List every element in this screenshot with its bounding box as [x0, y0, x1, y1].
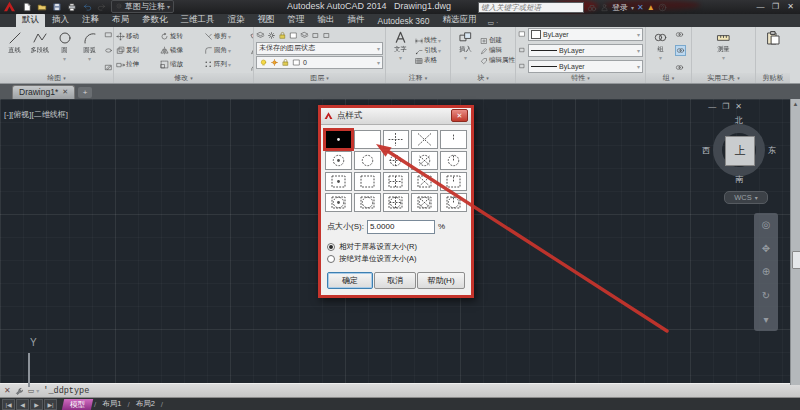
- orbit-icon[interactable]: ↻: [762, 290, 770, 301]
- viewcube-south[interactable]: 南: [735, 174, 743, 185]
- 直线-button[interactable]: 直线: [2, 29, 27, 73]
- scroll-up-icon[interactable]: ▲: [791, 99, 800, 109]
- point-style-9[interactable]: [440, 151, 467, 170]
- viewcube-west[interactable]: 西: [702, 144, 710, 155]
- full-nav-wheel-icon[interactable]: ◎: [762, 219, 771, 230]
- autocad-logo-icon[interactable]: [2, 0, 17, 13]
- ribbon-tab-注释[interactable]: 注释: [76, 13, 105, 27]
- exchange-apps-icon[interactable]: ▲: [647, 3, 655, 12]
- 创建-button[interactable]: 创建: [480, 36, 515, 45]
- minimize-button[interactable]: —: [753, 0, 768, 12]
- 缩放-button[interactable]: 缩放: [160, 58, 204, 72]
- panel-label-groups[interactable]: 组 ▾: [646, 73, 691, 83]
- 插入-button[interactable]: 插入▾: [453, 29, 478, 61]
- ribbon-tab-渲染[interactable]: 渲染: [222, 13, 251, 27]
- point-style-19[interactable]: [440, 193, 467, 212]
- restore-button[interactable]: ❐: [722, 102, 729, 111]
- 测量-button[interactable]: 测量▾: [711, 29, 736, 61]
- 圆角-button[interactable]: 圆角▾: [204, 44, 248, 58]
- ribbon-tab-插入[interactable]: 插入: [46, 13, 75, 27]
- ribbon-tab-Autodesk 360[interactable]: Autodesk 360: [372, 15, 436, 27]
- point-style-8[interactable]: [411, 151, 438, 170]
- property-dropdown-0[interactable]: ByLayer▾: [518, 28, 643, 41]
- close-button[interactable]: ✕: [783, 0, 798, 12]
- first-tab-button[interactable]: |◀: [2, 399, 15, 410]
- navigation-bar[interactable]: ◎✥⊕↻▾: [754, 213, 778, 331]
- exchange-x-icon[interactable]: ✕: [637, 3, 644, 12]
- point-style-16[interactable]: [354, 193, 381, 212]
- 多段线-button[interactable]: 多段线: [27, 29, 52, 73]
- layer-state-dropdown[interactable]: 未保存的图层状态▾: [256, 42, 383, 55]
- 移动-button[interactable]: 移动: [116, 30, 160, 44]
- pan-icon[interactable]: ✥: [762, 243, 770, 254]
- point-style-17[interactable]: [383, 193, 410, 212]
- panel-label-block[interactable]: 块 ▾: [451, 73, 515, 83]
- panel-label-modify[interactable]: 修改 ▾: [114, 73, 253, 83]
- search-input[interactable]: [478, 2, 584, 13]
- 编辑-button[interactable]: 编辑: [480, 46, 515, 55]
- last-tab-button[interactable]: ▶|: [44, 399, 57, 410]
- ribbon-tab-精选应用[interactable]: 精选应用: [436, 13, 482, 27]
- close-button[interactable]: ✕: [735, 102, 742, 111]
- zoom-icon[interactable]: ⊕: [762, 266, 770, 277]
- recent-commands-icon[interactable]: ▭▾: [28, 387, 40, 395]
- cancel-button[interactable]: 取消: [374, 272, 416, 289]
- wcs-dropdown[interactable]: WCS▾: [724, 191, 768, 204]
- point-style-4[interactable]: [440, 130, 467, 149]
- ribbon-tab-视图[interactable]: 视图: [252, 13, 281, 27]
- panel-label-utilities[interactable]: 实用工具 ▾: [692, 73, 755, 83]
- prev-tab-button[interactable]: ◀: [16, 399, 29, 410]
- viewcube[interactable]: 北 南 西 东 上: [706, 117, 772, 183]
- ok-button[interactable]: 确定: [327, 272, 373, 289]
- signin-label[interactable]: 登录: [612, 2, 628, 13]
- ribbon-tab-参数化[interactable]: 参数化: [136, 13, 174, 27]
- viewcube-east[interactable]: 东: [768, 144, 776, 155]
- 文字-button[interactable]: 文字▾: [388, 29, 413, 61]
- 引线-button[interactable]: 引线▾: [415, 46, 441, 55]
- command-text[interactable]: '_ddptype: [43, 386, 89, 396]
- radio-icon[interactable]: [327, 255, 335, 263]
- point-style-1[interactable]: [354, 130, 381, 149]
- ellipse-tool-button[interactable]: ▾: [104, 46, 113, 55]
- close-icon[interactable]: ✕: [62, 88, 68, 96]
- 拉伸-button[interactable]: 拉伸: [116, 58, 160, 72]
- point-style-18[interactable]: [411, 193, 438, 212]
- point-style-5[interactable]: [325, 151, 352, 170]
- edit-tool-button[interactable]: [250, 46, 253, 55]
- property-dropdown-1[interactable]: ByLayer▾: [518, 44, 643, 57]
- paste-button[interactable]: [761, 29, 786, 46]
- point-style-2[interactable]: [383, 130, 410, 149]
- point-style-7[interactable]: [383, 151, 410, 170]
- next-tab-button[interactable]: ▶: [30, 399, 43, 410]
- panel-label-layers[interactable]: 图层 ▾: [254, 73, 385, 83]
- tab-layout2[interactable]: 布局2: [132, 399, 159, 409]
- point-style-0-selected[interactable]: [325, 130, 352, 149]
- 圆-button[interactable]: 圆▾: [52, 29, 77, 73]
- new-file-button[interactable]: [20, 1, 33, 13]
- rect-tool-button[interactable]: ▾: [104, 30, 113, 39]
- wrench-icon[interactable]: [15, 387, 24, 396]
- layer-dropdown[interactable]: 0 ▾: [256, 56, 383, 69]
- plot-button[interactable]: [65, 1, 78, 13]
- 表格-button[interactable]: 表格: [415, 56, 441, 65]
- erase-tool-button[interactable]: [250, 30, 253, 39]
- viewcube-top-face[interactable]: 上: [725, 136, 755, 166]
- viewcube-north[interactable]: 北: [735, 115, 743, 126]
- 镜像-button[interactable]: 镜像: [160, 44, 204, 58]
- point-style-14[interactable]: [440, 172, 467, 191]
- showmotion-icon[interactable]: ▾: [763, 314, 768, 325]
- save-button[interactable]: [50, 1, 63, 13]
- property-dropdown-2[interactable]: ByLayer▾: [518, 60, 643, 73]
- dialog-title-bar[interactable]: 点样式 ✕: [321, 108, 471, 125]
- new-drawing-button[interactable]: +: [78, 87, 92, 98]
- help-icon[interactable]: [658, 3, 667, 12]
- 圆弧-button[interactable]: 圆弧▾: [77, 29, 102, 73]
- point-style-6[interactable]: [354, 151, 381, 170]
- help-button[interactable]: 帮助(H): [417, 272, 465, 289]
- point-style-12[interactable]: [383, 172, 410, 191]
- ribbon-tab-三维工具[interactable]: 三维工具: [175, 13, 221, 27]
- tab-overflow-icon[interactable]: ▭ ·: [487, 19, 498, 27]
- redo-button[interactable]: [95, 1, 108, 13]
- viewport-controls-label[interactable]: [-][俯视][二维线框]: [4, 109, 68, 120]
- radio-icon[interactable]: [327, 243, 335, 251]
